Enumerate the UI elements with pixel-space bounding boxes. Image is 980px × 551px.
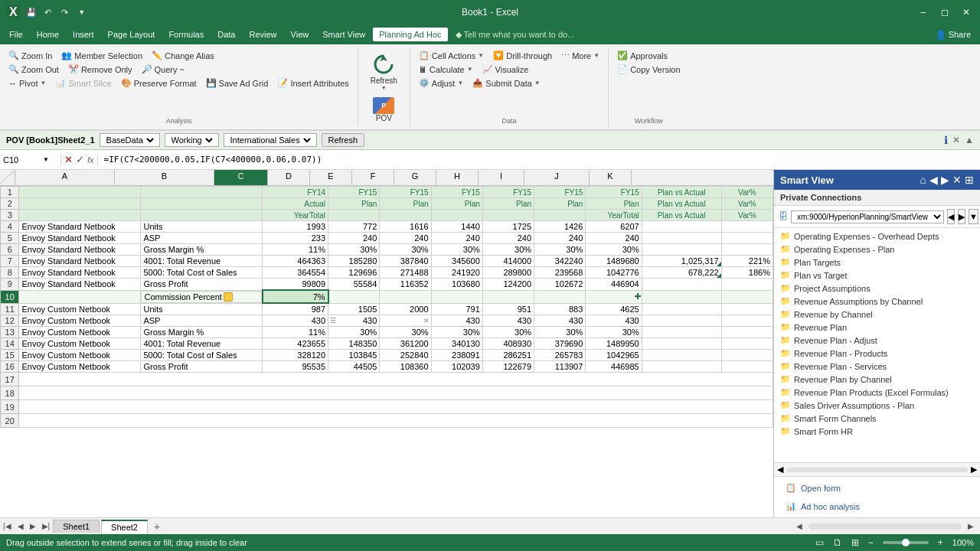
cell-D6[interactable]: 30% (328, 244, 380, 256)
cell-E7[interactable]: 387840 (380, 256, 431, 267)
cell-G7[interactable]: 414000 (482, 256, 534, 267)
zoom-plus-icon[interactable]: + (938, 537, 943, 548)
cell-F9[interactable]: 103680 (431, 279, 482, 291)
cell-A16[interactable]: Envoy Custom Netbook (19, 361, 141, 373)
row-header-17[interactable]: 17 (1, 373, 19, 386)
cell-I1[interactable]: FY15 (586, 187, 642, 198)
sv-item-rev-plan-services[interactable]: 📁 Revenue Plan - Services (774, 360, 980, 373)
cell-F3[interactable] (431, 210, 482, 221)
row-header-19[interactable]: 19 (1, 400, 19, 414)
row-header-15[interactable]: 15 (1, 350, 19, 361)
cell-I6[interactable]: 30% (586, 244, 642, 256)
menu-data[interactable]: Data (211, 28, 241, 41)
cell-D8[interactable]: 129696 (328, 267, 380, 279)
sv-item-rev-plan-channel[interactable]: 📁 Revenue Plan by Channel (774, 373, 980, 386)
cell-C16[interactable]: 95535 (263, 361, 328, 373)
open-form-button[interactable]: 📋 Open form (780, 480, 974, 496)
cell-G8[interactable]: 289800 (482, 267, 534, 279)
menu-smart-view[interactable]: Smart View (316, 28, 371, 41)
cell-C5[interactable]: 233 (263, 233, 328, 244)
cell-I11[interactable]: 4625 (586, 303, 642, 315)
cell-G11[interactable]: 951 (482, 303, 534, 315)
cell-G6[interactable]: 30% (482, 244, 534, 256)
cell-I14[interactable]: 1489950 (586, 338, 642, 350)
cell-H15[interactable]: 265783 (534, 350, 586, 361)
row-header-1[interactable]: 1 (1, 187, 19, 198)
cell-K10[interactable] (721, 290, 773, 303)
row-header-8[interactable]: 8 (1, 267, 19, 279)
cell-F10[interactable] (431, 290, 482, 303)
cell-I5[interactable]: 240 (586, 233, 642, 244)
cell-F6[interactable]: 30% (431, 244, 482, 256)
cell-J8[interactable]: 678,222 (642, 267, 721, 279)
cell-E10[interactable] (380, 290, 431, 303)
cell-J15[interactable] (642, 350, 721, 361)
cell-G4[interactable]: 1725 (482, 221, 534, 233)
cell-C4[interactable]: 1993 (263, 221, 328, 233)
pov-button[interactable]: P POV (367, 95, 401, 125)
cell-A15[interactable]: Envoy Custom Netbook (19, 350, 141, 361)
pov-intl-sales-select[interactable]: International Sales (224, 133, 317, 147)
share-button[interactable]: 👤 Share (929, 28, 977, 42)
cell-D15[interactable]: 103845 (328, 350, 380, 361)
cell-K11[interactable] (721, 303, 773, 315)
cell-J4[interactable] (642, 221, 721, 233)
cell-I7[interactable]: 1489680 (586, 256, 642, 267)
cell-B8[interactable]: 5000: Total Cost of Sales (141, 267, 263, 279)
row-header-3[interactable]: 3 (1, 210, 19, 221)
cell-C14[interactable]: 423655 (263, 338, 328, 350)
cell-C10-selected[interactable]: 7% (263, 290, 328, 303)
cell-D1[interactable]: FY15 (328, 187, 380, 198)
zoom-in-button[interactable]: 🔍 Zoom In (5, 49, 56, 62)
row-header-2[interactable]: 2 (1, 198, 19, 210)
more-button[interactable]: ⋯ More ▼ (557, 49, 603, 62)
row-header-12[interactable]: 12 (1, 315, 19, 327)
row-header-6[interactable]: 6 (1, 244, 19, 256)
sheet-scroll-area[interactable]: 1 FY14 FY15 FY15 FY15 FY15 FY15 FY15 Pla… (0, 186, 773, 517)
sv-item-op-exp-plan[interactable]: 📁 Operating Expenses - Plan (774, 243, 980, 256)
cell-A12[interactable]: Envoy Custom Netbook (19, 315, 141, 327)
col-header-K[interactable]: K (590, 170, 632, 185)
cell-K15[interactable] (721, 350, 773, 361)
cell-B14[interactable]: 4001: Total Revenue (141, 338, 263, 350)
row-header-16[interactable]: 16 (1, 361, 19, 373)
cell-J14[interactable] (642, 338, 721, 350)
sv-item-plan-targets[interactable]: 📁 Plan Targets (774, 256, 980, 269)
cell-I15[interactable]: 1042965 (586, 350, 642, 361)
menu-view[interactable]: View (285, 28, 315, 41)
row-header-11[interactable]: 11 (1, 303, 19, 315)
cell-A11[interactable]: Envoy Custom Netbook (19, 303, 141, 315)
sv-home-icon[interactable]: ⌂ (920, 174, 926, 186)
pov-base-data-select[interactable]: BaseData (100, 133, 160, 147)
cell-K7[interactable]: 221% (721, 256, 773, 267)
cell-F2[interactable]: Plan (431, 198, 482, 210)
menu-home[interactable]: Home (31, 28, 65, 41)
sv-next-icon[interactable]: ▶ (941, 174, 949, 186)
cell-F1[interactable]: FY15 (431, 187, 482, 198)
menu-file[interactable]: File (3, 28, 29, 41)
cell-J6[interactable] (642, 244, 721, 256)
cell-B1[interactable] (141, 187, 263, 198)
sv-connection-dropdown[interactable]: xm:9000/HyperionPlanning/SmartView (791, 210, 944, 223)
cell-A14[interactable]: Envoy Custom Netbook (19, 338, 141, 350)
cell-J13[interactable] (642, 327, 721, 338)
cell-F12[interactable]: 430 (431, 315, 482, 327)
horizontal-scrollbar[interactable] (808, 523, 962, 530)
formula-insert-function-icon[interactable]: fx (87, 155, 94, 165)
cell-B11[interactable]: Units (141, 303, 263, 315)
save-quick-icon[interactable]: 💾 (25, 6, 38, 18)
cell-A8[interactable]: Envoy Standard Netbook (19, 267, 141, 279)
pov-expand-icon[interactable]: ▲ (965, 135, 974, 145)
page-break-icon[interactable]: ⊞ (851, 537, 859, 548)
cell-I9[interactable]: 446904 (586, 279, 642, 291)
save-ad-grid-button[interactable]: 💾 Save Ad Grid (202, 77, 273, 90)
cell-A7[interactable]: Envoy Standard Netbook (19, 256, 141, 267)
cell-B7[interactable]: 4001: Total Revenue (141, 256, 263, 267)
cell-F14[interactable]: 340130 (431, 338, 482, 350)
cell-C6[interactable]: 11% (263, 244, 328, 256)
sv-item-project-assumptions[interactable]: 📁 Project Assumptions (774, 282, 980, 295)
tab-sheet2[interactable]: Sheet2 (101, 520, 148, 533)
cell-H8[interactable]: 239568 (534, 267, 586, 279)
drill-through-button[interactable]: 🔽 Drill-through (489, 49, 556, 62)
cell-I12[interactable]: 430 (586, 315, 642, 327)
